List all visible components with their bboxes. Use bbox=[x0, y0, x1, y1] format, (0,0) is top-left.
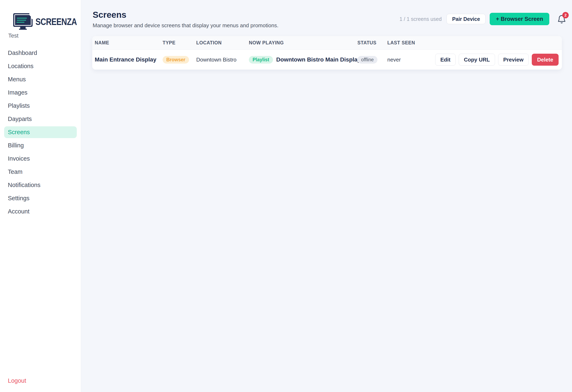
table-header-row: NAME TYPE LOCATION NOW PLAYING STATUS LA… bbox=[92, 36, 562, 50]
sidebar-item-menus[interactable]: Menus bbox=[0, 73, 81, 85]
sidebar-item-dashboard[interactable]: Dashboard bbox=[0, 47, 81, 59]
now-playing-title: Downtown Bistro Main Display bbox=[276, 56, 361, 63]
column-header-name: NAME bbox=[92, 40, 163, 46]
sidebar-item-images[interactable]: Images bbox=[0, 87, 81, 98]
sidebar-item-screens[interactable]: Screens bbox=[4, 126, 77, 138]
brand-name: SCREENZA bbox=[35, 16, 77, 27]
sidebar-item-dayparts[interactable]: Dayparts bbox=[0, 113, 81, 125]
copy-url-button[interactable]: Copy URL bbox=[459, 54, 495, 66]
delete-button[interactable]: Delete bbox=[532, 54, 559, 66]
screens-usage-counter: 1 / 1 screens used bbox=[399, 16, 442, 22]
column-header-last-seen: LAST SEEN bbox=[387, 40, 423, 46]
screen-type-cell: Browser bbox=[163, 56, 196, 64]
notifications-button[interactable]: 2 bbox=[557, 13, 568, 25]
screenza-monitor-icon bbox=[13, 13, 33, 30]
preview-button[interactable]: Preview bbox=[498, 54, 529, 66]
sidebar-item-locations[interactable]: Locations bbox=[0, 60, 81, 72]
column-header-status: STATUS bbox=[357, 40, 387, 46]
screens-table: NAME TYPE LOCATION NOW PLAYING STATUS LA… bbox=[92, 36, 562, 70]
sidebar: SCREENZA Test Dashboard Locations Menus … bbox=[0, 0, 81, 392]
screen-name: Main Entrance Display bbox=[92, 56, 163, 63]
header-controls: 1 / 1 screens used Pair Device + Browser… bbox=[399, 13, 568, 25]
notifications-count-badge: 2 bbox=[562, 12, 569, 18]
pair-device-button[interactable]: Pair Device bbox=[446, 14, 486, 24]
status-cell: offline bbox=[357, 56, 387, 64]
row-actions: Edit Copy URL Preview Delete bbox=[423, 54, 562, 66]
type-badge: Browser bbox=[163, 56, 189, 64]
screen-location: Downtown Bistro bbox=[196, 57, 249, 63]
last-seen: never bbox=[387, 57, 423, 63]
column-header-type: TYPE bbox=[163, 40, 196, 46]
column-header-now-playing: NOW PLAYING bbox=[249, 40, 357, 46]
main-content: Screens Manage browser and device screen… bbox=[81, 0, 572, 392]
sidebar-item-playlists[interactable]: Playlists bbox=[0, 100, 81, 112]
page-subtitle: Manage browser and device screens that d… bbox=[93, 22, 278, 29]
sidebar-item-invoices[interactable]: Invoices bbox=[0, 153, 81, 164]
sidebar-item-notifications[interactable]: Notifications bbox=[0, 179, 81, 191]
page-title: Screens bbox=[93, 10, 126, 20]
column-header-location: LOCATION bbox=[196, 40, 249, 46]
sidebar-item-billing[interactable]: Billing bbox=[0, 140, 81, 151]
logout-link[interactable]: Logout bbox=[8, 377, 26, 384]
sidebar-item-team[interactable]: Team bbox=[0, 166, 81, 178]
table-row: Main Entrance Display Browser Downtown B… bbox=[92, 50, 562, 70]
playlist-badge: Playlist bbox=[249, 56, 273, 64]
sidebar-nav: Dashboard Locations Menus Images Playlis… bbox=[0, 47, 81, 219]
edit-button[interactable]: Edit bbox=[435, 54, 456, 66]
sidebar-item-account[interactable]: Account bbox=[0, 206, 81, 217]
sidebar-item-settings[interactable]: Settings bbox=[0, 192, 81, 204]
add-browser-screen-button[interactable]: + Browser Screen bbox=[490, 13, 549, 25]
workspace-name: Test bbox=[8, 33, 18, 39]
app-logo: SCREENZA bbox=[13, 13, 87, 30]
status-badge: offline bbox=[357, 56, 377, 64]
now-playing-cell: Playlist Downtown Bistro Main Display bbox=[249, 56, 357, 64]
